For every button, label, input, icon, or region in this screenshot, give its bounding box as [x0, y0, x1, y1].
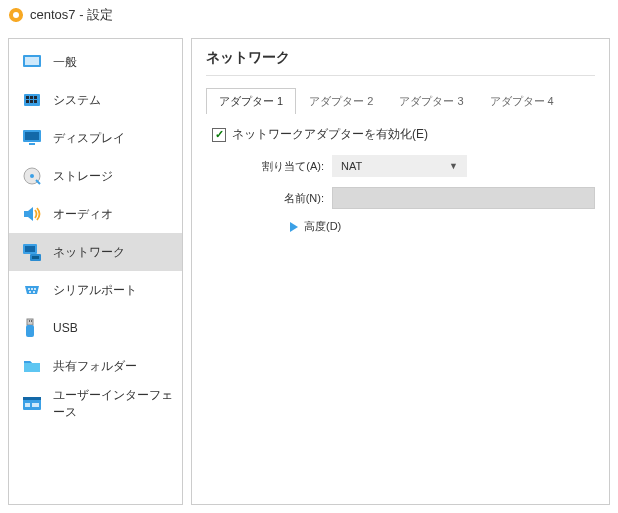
sidebar-item-label: 一般 — [53, 54, 77, 71]
enable-adapter-label: ネットワークアダプターを有効化(E) — [232, 126, 428, 143]
sidebar-item-label: オーディオ — [53, 206, 113, 223]
svg-rect-7 — [25, 57, 39, 65]
svg-point-19 — [30, 174, 34, 178]
page-title: ネットワーク — [206, 49, 595, 76]
svg-rect-9 — [26, 96, 29, 99]
svg-point-28 — [33, 291, 35, 293]
svg-rect-21 — [25, 246, 35, 252]
sidebar-item-label: ネットワーク — [53, 244, 125, 261]
svg-point-25 — [31, 288, 33, 290]
sidebar-item-network[interactable]: ネットワーク — [9, 233, 182, 271]
svg-point-1 — [13, 12, 19, 18]
name-row: 名前(N): — [242, 187, 595, 209]
svg-point-24 — [28, 288, 30, 290]
sidebar-item-display[interactable]: ディスプレイ — [9, 119, 182, 157]
chevron-down-icon: ▼ — [449, 161, 458, 171]
svg-rect-11 — [34, 96, 37, 99]
sidebar-item-audio[interactable]: オーディオ — [9, 195, 182, 233]
usb-icon — [21, 317, 43, 339]
svg-rect-23 — [32, 256, 39, 259]
folder-icon — [21, 355, 43, 377]
sidebar-item-ui[interactable]: ユーザーインターフェース — [9, 385, 182, 423]
tab-adapter-1[interactable]: アダプター 1 — [206, 88, 296, 114]
sidebar-item-label: USB — [53, 321, 78, 335]
svg-rect-30 — [26, 325, 34, 337]
sidebar-item-general[interactable]: 一般 — [9, 43, 182, 81]
sidebar-item-usb[interactable]: USB — [9, 309, 182, 347]
storage-icon — [21, 165, 43, 187]
svg-rect-17 — [29, 143, 35, 145]
svg-rect-13 — [30, 100, 33, 103]
advanced-expander[interactable]: 高度(D) — [290, 219, 595, 234]
svg-rect-16 — [25, 132, 39, 140]
svg-rect-12 — [26, 100, 29, 103]
sidebar-item-label: シリアルポート — [53, 282, 137, 299]
svg-point-27 — [29, 291, 31, 293]
tab-adapter-2[interactable]: アダプター 2 — [296, 88, 386, 114]
content: 一般 システム ディスプレイ ストレージ オーディオ — [0, 30, 618, 513]
sidebar-item-label: ユーザーインターフェース — [53, 387, 182, 421]
advanced-label: 高度(D) — [304, 219, 341, 234]
name-input[interactable] — [332, 187, 595, 209]
attached-label: 割り当て(A): — [242, 159, 324, 174]
titlebar: centos7 - 設定 — [0, 0, 618, 30]
sidebar-item-label: ストレージ — [53, 168, 113, 185]
general-icon — [21, 51, 43, 73]
attached-dropdown[interactable]: NAT ▼ — [332, 155, 467, 177]
svg-rect-36 — [32, 403, 39, 407]
tab-adapter-4[interactable]: アダプター 4 — [477, 88, 567, 114]
svg-rect-35 — [25, 403, 30, 407]
window-title: centos7 - 設定 — [30, 6, 113, 24]
sidebar-item-storage[interactable]: ストレージ — [9, 157, 182, 195]
enable-adapter-row[interactable]: ✓ ネットワークアダプターを有効化(E) — [212, 126, 595, 143]
svg-rect-32 — [31, 320, 32, 322]
svg-rect-10 — [30, 96, 33, 99]
adapter-tabs: アダプター 1 アダプター 2 アダプター 3 アダプター 4 — [206, 88, 595, 114]
attached-value: NAT — [341, 160, 362, 172]
sidebar-item-label: システム — [53, 92, 101, 109]
svg-rect-14 — [34, 100, 37, 103]
sidebar-item-shared-folders[interactable]: 共有フォルダー — [9, 347, 182, 385]
name-label: 名前(N): — [242, 191, 324, 206]
audio-icon — [21, 203, 43, 225]
tab-adapter-3[interactable]: アダプター 3 — [386, 88, 476, 114]
sidebar-item-label: ディスプレイ — [53, 130, 125, 147]
sidebar-item-serial[interactable]: シリアルポート — [9, 271, 182, 309]
attached-row: 割り当て(A): NAT ▼ — [242, 155, 595, 177]
network-icon — [21, 241, 43, 263]
ui-icon — [21, 393, 43, 415]
svg-rect-31 — [29, 320, 30, 322]
serial-icon — [21, 279, 43, 301]
sidebar-item-label: 共有フォルダー — [53, 358, 137, 375]
svg-point-26 — [34, 288, 36, 290]
triangle-right-icon — [290, 222, 298, 232]
display-icon — [21, 127, 43, 149]
main-panel: ネットワーク アダプター 1 アダプター 2 アダプター 3 アダプター 4 ✓… — [191, 38, 610, 505]
app-icon — [8, 7, 24, 23]
checkbox-checked-icon[interactable]: ✓ — [212, 128, 226, 142]
system-icon — [21, 89, 43, 111]
sidebar: 一般 システム ディスプレイ ストレージ オーディオ — [8, 38, 183, 505]
sidebar-item-system[interactable]: システム — [9, 81, 182, 119]
svg-rect-34 — [23, 397, 41, 400]
